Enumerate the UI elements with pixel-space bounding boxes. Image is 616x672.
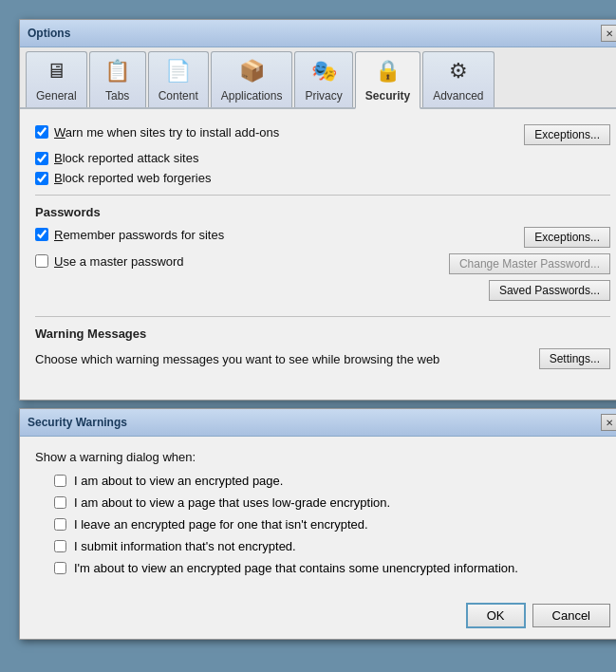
saved-passwords-button[interactable]: Saved Passwords... <box>489 280 610 301</box>
change-master-pw-button[interactable]: Change Master Password... <box>449 253 610 274</box>
remember-pw-row: Remember passwords for sites Exceptions.… <box>35 227 610 248</box>
dialog-option-1: I am about to view an encrypted page. <box>35 474 610 488</box>
tab-privacy-label: Privacy <box>305 89 342 103</box>
tab-privacy[interactable]: 🎭 Privacy <box>294 51 352 107</box>
divider-1 <box>35 195 610 196</box>
warning-settings-button[interactable]: Settings... <box>539 348 610 369</box>
tab-applications-label: Applications <box>221 89 283 103</box>
exceptions-button-1[interactable]: Exceptions... <box>524 124 610 145</box>
close-button[interactable]: ✕ <box>601 25 616 42</box>
advanced-icon: ⚙ <box>443 56 474 86</box>
security-warnings-dialog: Security Warnings ✕ Show a warning dialo… <box>19 408 616 640</box>
master-pw-label: Use a master password <box>54 254 184 269</box>
dialog-title: Security Warnings <box>28 416 127 429</box>
tab-bar: 🖥 General 📋 Tabs 📄 Content 📦 Application… <box>20 47 616 109</box>
security-content: Warn me when sites try to install add-on… <box>20 109 616 400</box>
passwords-label: Passwords <box>35 205 610 219</box>
block-forgeries-checkbox[interactable] <box>35 172 48 185</box>
tab-general[interactable]: 🖥 General <box>26 51 87 107</box>
master-pw-checkbox[interactable] <box>35 254 48 268</box>
warning-messages-section: Warning Messages Choose which warning me… <box>35 327 610 369</box>
block-attack-label: Block reported attack sites <box>54 151 198 165</box>
tab-general-label: General <box>36 89 77 103</box>
content-icon: 📄 <box>163 56 194 86</box>
exceptions-button-2[interactable]: Exceptions... <box>524 227 610 248</box>
low-grade-checkbox[interactable] <box>54 496 66 509</box>
mixed-encrypted-checkbox[interactable] <box>54 562 66 574</box>
warn-addons-label: Warn me when sites try to install add-on… <box>54 125 279 140</box>
tab-content[interactable]: 📄 Content <box>148 51 209 107</box>
dialog-option-2: I am about to view a page that uses low-… <box>35 495 610 510</box>
master-pw-row: Use a master password Change Master Pass… <box>35 253 610 274</box>
options-window: Options ✕ 🖥 General 📋 Tabs 📄 Content 📦 A… <box>19 19 616 401</box>
tab-applications[interactable]: 📦 Applications <box>211 51 293 107</box>
tab-security[interactable]: 🔒 Security <box>355 51 420 109</box>
warn-addons-row: Warn me when sites try to install add-on… <box>35 124 610 145</box>
remember-pw-checkbox[interactable] <box>35 228 48 241</box>
block-forgeries-label: Block reported web forgeries <box>54 171 211 185</box>
title-bar: Options ✕ <box>20 20 616 47</box>
divider-2 <box>35 316 610 317</box>
leave-encrypted-label: I leave an encrypted page for one that i… <box>74 517 368 532</box>
tab-content-label: Content <box>159 89 198 103</box>
tab-advanced[interactable]: ⚙ Advanced <box>422 51 494 107</box>
encrypted-view-label: I am about to view an encrypted page. <box>74 474 283 488</box>
warn-addons-checkbox[interactable] <box>35 125 48 139</box>
dialog-close-button[interactable]: ✕ <box>601 414 616 431</box>
tab-tabs-label: Tabs <box>105 89 129 103</box>
window-title: Options <box>28 27 70 40</box>
title-bar-controls: ✕ <box>601 25 616 42</box>
block-attack-checkbox[interactable] <box>35 152 48 165</box>
dialog-content: Show a warning dialog when: I am about t… <box>20 437 616 596</box>
ok-button[interactable]: OK <box>467 604 525 627</box>
warning-description: Choose which warning messages you want t… <box>35 352 439 366</box>
general-icon: 🖥 <box>41 56 71 86</box>
passwords-section: Passwords Remember passwords for sites E… <box>35 205 610 301</box>
saved-pw-row: Saved Passwords... <box>35 280 610 301</box>
warn-addons-checkbox-row: Warn me when sites try to install add-on… <box>35 125 279 140</box>
remember-pw-label: Remember passwords for sites <box>54 228 224 242</box>
submit-unencrypted-label: I submit information that's not encrypte… <box>74 539 296 553</box>
low-grade-label: I am about to view a page that uses low-… <box>74 495 390 510</box>
dialog-title-controls: ✕ <box>601 414 616 431</box>
warning-messages-label: Warning Messages <box>35 327 610 341</box>
warning-row: Choose which warning messages you want t… <box>35 348 610 369</box>
dialog-option-3: I leave an encrypted page for one that i… <box>35 517 610 532</box>
block-attack-row: Block reported attack sites <box>35 151 610 165</box>
submit-unencrypted-checkbox[interactable] <box>54 540 66 552</box>
leave-encrypted-checkbox[interactable] <box>54 518 66 531</box>
block-forgeries-row: Block reported web forgeries <box>35 171 610 185</box>
mixed-encrypted-label: I'm about to view an encrypted page that… <box>74 561 518 575</box>
tab-tabs[interactable]: 📋 Tabs <box>89 51 146 107</box>
dialog-button-row: OK Cancel <box>20 596 616 639</box>
dialog-option-5: I'm about to view an encrypted page that… <box>35 561 610 575</box>
encrypted-view-checkbox[interactable] <box>54 475 66 487</box>
dialog-option-4: I submit information that's not encrypte… <box>35 539 610 553</box>
tab-advanced-label: Advanced <box>433 89 483 103</box>
dialog-intro: Show a warning dialog when: <box>35 450 610 464</box>
remember-pw-checkbox-row: Remember passwords for sites <box>35 228 224 242</box>
master-pw-checkbox-row: Use a master password <box>35 254 184 269</box>
privacy-icon: 🎭 <box>308 56 339 86</box>
tab-security-label: Security <box>365 89 410 103</box>
dialog-title-bar: Security Warnings ✕ <box>20 409 616 437</box>
tabs-icon: 📋 <box>103 56 133 86</box>
security-icon: 🔒 <box>372 56 402 86</box>
cancel-button[interactable]: Cancel <box>532 604 610 627</box>
applications-icon: 📦 <box>236 56 267 86</box>
